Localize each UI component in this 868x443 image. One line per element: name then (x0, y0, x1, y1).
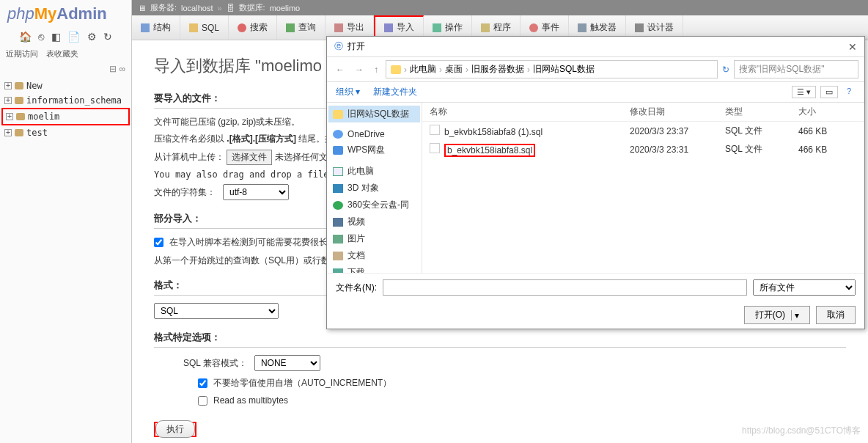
expand-icon[interactable]: + (4, 82, 12, 89)
timeout-checkbox[interactable] (154, 238, 163, 247)
col-date[interactable]: 修改日期 (630, 106, 725, 118)
file-header: 名称 修改日期 类型 大小 (422, 103, 864, 122)
preview-icon[interactable]: ▭ (820, 86, 838, 98)
tab-sql[interactable]: SQL (180, 15, 229, 40)
tab-search[interactable]: 搜索 (229, 15, 277, 40)
document-icon (333, 252, 343, 260)
filter-select[interactable]: 所有文件 (753, 279, 856, 296)
tree-item-new[interactable]: +New (1, 78, 130, 93)
file-icon (430, 125, 440, 135)
autoinc-row: 不要给零值使用自增（AUTO_INCREMENT） (154, 377, 846, 389)
multi-row: Read as multibytes (154, 395, 846, 406)
side-doc[interactable]: 文档 (328, 247, 420, 264)
fav-link[interactable]: 表收藏夹 (46, 49, 78, 58)
gear-icon[interactable]: ⚙ (87, 31, 97, 43)
view-icon[interactable]: ☰ ▾ (792, 86, 816, 98)
multi-label: Read as multibytes (213, 395, 288, 406)
up-icon[interactable]: ↑ (371, 65, 381, 75)
cancel-button[interactable]: 取消 (816, 306, 856, 324)
dialog-toolbar: 组织 ▾ 新建文件夹 ☰ ▾ ▭ ? (327, 82, 864, 103)
search-icon (238, 23, 246, 32)
pc-icon (333, 167, 343, 176)
expand-icon[interactable]: + (6, 113, 13, 120)
back-icon[interactable]: ← (333, 65, 347, 75)
side-current-folder[interactable]: 旧网站SQL数据 (328, 106, 420, 122)
docs-icon[interactable]: 📄 (67, 31, 80, 43)
side-pic[interactable]: 图片 (328, 230, 420, 247)
side-thispc[interactable]: 此电脑 (328, 163, 420, 180)
file-row[interactable]: b_ekvbk158iabfa8.sql 2020/3/3 23:31 SQL … (422, 140, 864, 158)
sql-icon[interactable]: ◧ (51, 31, 61, 43)
charset-select[interactable]: utf-8 (223, 184, 289, 200)
side-dl[interactable]: 下载 (328, 264, 420, 273)
upload-label: 从计算机中上传： (154, 152, 224, 162)
db-name[interactable]: moelimo (270, 4, 301, 12)
breadcrumb: 🖥 服务器: localhost » 🗄 数据库: moelimo (132, 0, 868, 15)
server-label: 服务器: (150, 2, 177, 13)
organize-button[interactable]: 组织 ▾ (336, 86, 360, 98)
reload-icon[interactable]: ↻ (103, 31, 112, 43)
col-size[interactable]: 大小 (798, 106, 857, 118)
col-type[interactable]: 类型 (725, 106, 798, 118)
expand-icon[interactable]: + (4, 97, 12, 104)
autoinc-checkbox[interactable] (198, 378, 207, 388)
logout-icon[interactable]: ⎋ (38, 31, 44, 43)
compat-label: SQL 兼容模式： (183, 358, 247, 368)
server-name[interactable]: localhost (181, 4, 213, 12)
tree-item-info[interactable]: +information_schema (1, 93, 130, 108)
filter-row: ⊟ ∞ (0, 62, 131, 76)
folder-icon (333, 110, 343, 119)
tree-item-test[interactable]: +test (1, 125, 130, 140)
choose-file-button[interactable]: 选择文件 (227, 150, 272, 165)
recent-link[interactable]: 近期访问 (6, 49, 38, 58)
server-icon: 🖥 (138, 4, 146, 12)
chevron-down-icon[interactable]: ▾ (791, 310, 799, 321)
dialog-body: 旧网站SQL数据 OneDrive WPS网盘 此电脑 3D 对象 360安全云… (327, 103, 864, 273)
filename-input[interactable] (383, 279, 747, 296)
db-icon (15, 129, 23, 136)
tab-struct[interactable]: 结构 (132, 15, 180, 40)
side-onedrive[interactable]: OneDrive (328, 127, 420, 142)
search-input[interactable]: 搜索"旧网站SQL数据" (734, 60, 858, 78)
wps-icon (333, 146, 343, 155)
logo[interactable]: phpMyAdmin (0, 0, 131, 28)
open-button[interactable]: 打开(O)▾ (744, 306, 810, 324)
side-wps[interactable]: WPS网盘 (328, 142, 420, 158)
op-icon (433, 23, 441, 32)
side-3d[interactable]: 3D 对象 (328, 180, 420, 197)
dialog-title: 打开 (347, 40, 365, 53)
collapse-icon[interactable]: ⊟ (109, 64, 117, 74)
new-folder-button[interactable]: 新建文件夹 (373, 86, 417, 98)
close-icon[interactable]: ✕ (848, 41, 857, 53)
home-icon[interactable]: 🏠 (19, 31, 32, 43)
expand-icon[interactable]: + (4, 129, 12, 136)
col-name[interactable]: 名称 (430, 106, 630, 118)
dialog-sidebar: 旧网站SQL数据 OneDrive WPS网盘 此电脑 3D 对象 360安全云… (327, 103, 422, 273)
tree-item-moelim[interactable]: +moelim (1, 108, 130, 125)
multi-checkbox[interactable] (198, 396, 207, 406)
forward-icon[interactable]: → (352, 65, 367, 75)
format-select[interactable]: SQL (154, 303, 279, 319)
cloud-icon (333, 130, 343, 139)
charset-label: 文件的字符集： (154, 187, 216, 197)
side-360[interactable]: 360安全云盘-同 (328, 197, 420, 213)
tab-query[interactable]: 查询 (277, 15, 326, 40)
help-icon[interactable]: ? (842, 86, 856, 98)
path-bar[interactable]: ›此电脑 ›桌面 ›旧服务器数据 ›旧网站SQL数据 (386, 60, 718, 78)
execute-button[interactable]: 执行 (155, 420, 195, 438)
compat-select[interactable]: NONE (254, 355, 320, 371)
cloud360-icon (333, 201, 343, 210)
sidebar: phpMyAdmin 🏠 ⎋ ◧ 📄 ⚙ ↻ 近期访问 表收藏夹 ⊟ ∞ +Ne… (0, 0, 132, 443)
dialog-filename-row: 文件名(N): 所有文件 (327, 273, 864, 301)
side-video[interactable]: 视频 (328, 213, 420, 230)
file-row[interactable]: b_ekvbk158iabfa8 (1).sql 2020/3/3 23:37 … (422, 122, 864, 140)
struct-icon (141, 23, 150, 32)
file-icon (430, 143, 440, 153)
refresh-icon[interactable]: ↻ (722, 65, 729, 75)
file-open-dialog: ⓔ 打开 ✕ ← → ↑ ›此电脑 ›桌面 ›旧服务器数据 ›旧网站SQL数据 … (326, 36, 865, 329)
sql-icon (189, 23, 198, 32)
compat-row: SQL 兼容模式： NONE (154, 355, 846, 371)
dialog-nav: ← → ↑ ›此电脑 ›桌面 ›旧服务器数据 ›旧网站SQL数据 ↻ 搜索"旧网… (327, 56, 864, 82)
filter-icon[interactable]: ∞ (119, 64, 125, 74)
db-tree: +New +information_schema +moelim +test (0, 76, 131, 143)
